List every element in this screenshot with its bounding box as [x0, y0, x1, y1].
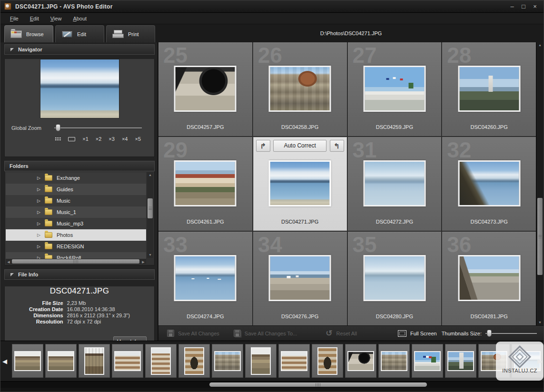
expand-arrow-icon[interactable]: ▷	[37, 221, 40, 226]
scroll-right-icon[interactable]	[141, 260, 146, 265]
folder-item-music-mp3[interactable]: ▷Music_mp3	[6, 218, 146, 229]
scroll-down-icon[interactable]	[147, 253, 153, 257]
photo-grid-cell-selected[interactable]: ↱Auto Correct↰DSC04271.JPG	[253, 137, 347, 231]
scroll-up-icon[interactable]	[147, 173, 153, 177]
filmstrip-scrollbar[interactable]	[0, 381, 544, 388]
folder-item-music[interactable]: ▷Music	[6, 195, 146, 206]
filmstrip-thumbnail[interactable]	[45, 344, 77, 378]
fit-to-screen-icon[interactable]	[68, 137, 75, 141]
zoom-x3-button[interactable]: ×3	[109, 136, 115, 142]
expand-arrow-icon[interactable]: ▷	[37, 198, 40, 203]
grid-scroll-thumb[interactable]	[537, 198, 543, 275]
filmstrip-scroll-thumb[interactable]	[209, 382, 426, 387]
photo-thumbnail[interactable]	[174, 160, 237, 206]
rotate-counterclockwise-button[interactable]: ↰	[330, 140, 344, 152]
photo-grid-cell[interactable]: 25DSC04257.JPG	[158, 42, 252, 136]
thumbnails-size-thumb[interactable]	[487, 330, 492, 337]
filmstrip-thumbnail[interactable]	[345, 344, 376, 378]
photo-grid-cell[interactable]: 26DSC04258.JPG	[253, 42, 347, 136]
menu-about[interactable]: About	[68, 14, 91, 23]
photo-thumbnail[interactable]	[269, 255, 331, 301]
folders-horizontal-scrollbar[interactable]	[6, 259, 146, 264]
photo-thumbnail[interactable]	[363, 255, 425, 301]
expand-arrow-icon[interactable]: ▷	[37, 244, 40, 249]
photo-thumbnail[interactable]	[174, 255, 237, 301]
folder-item-music-1[interactable]: ▷Music_1	[6, 206, 146, 218]
folders-hscroll-thumb[interactable]	[12, 259, 139, 264]
photo-grid-cell[interactable]: 28DSC04260.JPG	[442, 42, 536, 136]
menu-view[interactable]: View	[46, 14, 67, 23]
filmstrip-right-arrow-icon[interactable]	[537, 358, 542, 365]
photo-thumbnail[interactable]	[174, 66, 237, 112]
folders-header[interactable]: Folders	[4, 161, 155, 171]
zoom-x4-button[interactable]: ×4	[122, 136, 128, 142]
filmstrip-thumbnail[interactable]	[312, 344, 343, 378]
tab-print[interactable]: Print	[106, 25, 155, 42]
menu-file[interactable]: File	[5, 14, 23, 23]
tab-edit[interactable]: Edit	[55, 25, 104, 42]
photo-grid-cell[interactable]: 27DSC04259.JPG	[348, 42, 442, 136]
thumbnails-size-slider[interactable]	[485, 330, 537, 337]
folder-item-exchange[interactable]: ▷Exchange	[6, 172, 146, 184]
filmstrip-thumbnail[interactable]	[212, 344, 243, 378]
photo-grid-cell[interactable]: 34DSC04276.JPG	[253, 232, 347, 325]
global-zoom-slider[interactable]	[54, 124, 142, 132]
photo-thumbnail[interactable]	[363, 160, 425, 206]
zoom-x5-button[interactable]: ×5	[135, 136, 141, 142]
expand-arrow-icon[interactable]: ▷	[37, 176, 40, 180]
maximize-button[interactable]: □	[519, 2, 528, 11]
tab-browse[interactable]: Browse	[4, 25, 53, 42]
folder-item-redesign[interactable]: ▷REDESIGN	[6, 241, 146, 252]
photo-grid-cell[interactable]: 29DSC04261.JPG	[158, 137, 252, 231]
photo-thumbnail[interactable]	[269, 66, 331, 112]
folder-item-photos[interactable]: ▷Photos	[6, 229, 146, 241]
folder-item-guides[interactable]: ▷Guides	[6, 184, 146, 195]
scroll-up-icon[interactable]	[536, 43, 544, 48]
navigator-preview[interactable]	[40, 59, 119, 118]
photo-grid-cell[interactable]: 32DSC04273.JPG	[442, 137, 536, 231]
full-screen-button[interactable]: Full Screen	[398, 330, 437, 337]
folder-item-rock-roll[interactable]: ▷Rock&Roll	[6, 252, 146, 259]
zoom-x2-button[interactable]: ×2	[96, 136, 102, 142]
grid-vertical-scrollbar[interactable]	[536, 42, 544, 325]
filmstrip-thumbnail[interactable]	[79, 344, 110, 378]
close-button[interactable]: ×	[530, 2, 540, 11]
auto-correct-button[interactable]: Auto Correct	[273, 140, 326, 152]
global-zoom-thumb[interactable]	[56, 124, 60, 131]
menu-edit[interactable]: Edit	[25, 14, 44, 23]
photo-thumbnail[interactable]	[458, 160, 520, 206]
filmstrip-thumbnail[interactable]	[145, 344, 177, 378]
zoom-x1-button[interactable]: ×1	[82, 136, 89, 142]
photo-grid-cell[interactable]: 33DSC04274.JPG	[158, 232, 252, 325]
scroll-left-icon[interactable]	[6, 260, 11, 265]
save-all-changes-to-button[interactable]: Save All Changes To...	[234, 330, 297, 337]
thumbnails-grid-icon[interactable]	[55, 137, 61, 141]
folders-vertical-scrollbar[interactable]	[147, 172, 153, 258]
filmstrip-thumbnail[interactable]	[412, 344, 443, 378]
reset-all-button[interactable]: ↺Reset All	[326, 330, 357, 337]
filmstrip-thumbnail[interactable]	[245, 344, 277, 378]
filmstrip-thumbnail[interactable]	[178, 344, 210, 378]
save-all-changes-button[interactable]: Save All Changes	[167, 330, 219, 337]
photo-grid-cell[interactable]: 36DSC04281.JPG	[442, 232, 536, 325]
photo-grid-cell[interactable]: 31DSC04272.JPG	[348, 137, 442, 231]
expand-arrow-icon[interactable]: ▷	[37, 233, 40, 237]
rotate-clockwise-button[interactable]: ↱	[256, 140, 270, 152]
filmstrip-left-arrow-icon[interactable]	[2, 358, 7, 365]
photo-thumbnail[interactable]	[269, 160, 331, 206]
filmstrip-thumbnail[interactable]	[112, 344, 143, 378]
scroll-down-icon[interactable]	[536, 320, 544, 325]
photo-thumbnail[interactable]	[458, 255, 520, 301]
file-info-header[interactable]: File Info	[4, 269, 155, 280]
photo-grid-cell[interactable]: 35DSC04280.JPG	[348, 232, 442, 325]
filmstrip-thumbnail[interactable]	[378, 344, 410, 378]
minimize-button[interactable]: –	[507, 2, 517, 11]
photo-thumbnail[interactable]	[458, 66, 520, 112]
photo-thumbnail[interactable]	[363, 66, 425, 112]
expand-arrow-icon[interactable]: ▷	[37, 187, 40, 192]
filmstrip-thumbnail[interactable]	[445, 344, 476, 378]
folders-scroll-thumb[interactable]	[148, 198, 153, 218]
expand-arrow-icon[interactable]: ▷	[37, 210, 40, 215]
filmstrip-thumbnail[interactable]	[12, 344, 43, 378]
navigator-header[interactable]: Navigator	[4, 44, 155, 55]
